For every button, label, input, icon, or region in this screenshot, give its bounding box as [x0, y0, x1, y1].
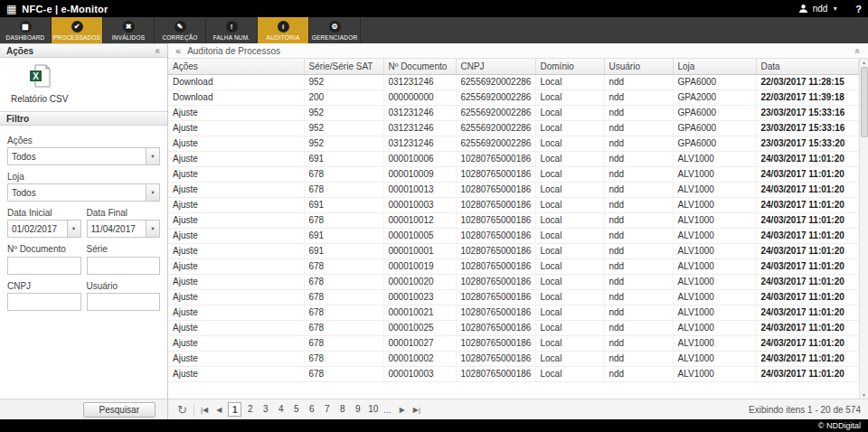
column-header[interactable]: CNPJ [456, 59, 535, 74]
page-4[interactable]: 4 [274, 402, 288, 417]
table-row[interactable]: Ajuste67800001002010280765000186Localndd… [168, 274, 859, 289]
dropdown-arrow-icon: ▼ [146, 148, 159, 164]
num-documento-input[interactable] [7, 257, 81, 275]
acoes-filter-label: Ações [7, 136, 160, 146]
table-row[interactable]: Ajuste67800001002110280765000186Localndd… [168, 305, 859, 320]
cell: 031231246 [383, 74, 456, 89]
user-menu[interactable]: ndd [813, 4, 828, 14]
tab-correcao[interactable]: ✎CORREÇÃO [155, 17, 206, 43]
cell: Local [535, 335, 604, 351]
collapse-panel-icon[interactable]: « [854, 48, 863, 53]
data-final-picker[interactable]: 11/04/2017 ▼ [87, 220, 161, 238]
data-inicial-picker[interactable]: 01/02/2017 ▼ [7, 220, 81, 238]
cell: Local [535, 212, 604, 228]
tab-invalidos[interactable]: ✖INVÁLIDOS [103, 17, 155, 43]
dropdown-arrow-icon: ▼ [67, 221, 80, 237]
page-8[interactable]: 8 [335, 402, 349, 417]
table-row[interactable]: Ajuste67800001001910280765000186Localndd… [168, 258, 859, 274]
page-7[interactable]: 7 [320, 402, 334, 417]
column-header[interactable]: Ações [168, 59, 304, 74]
cell: 10280765000186 [456, 166, 535, 182]
sidebar: Ações « X Relatório CSV [0, 43, 168, 419]
prev-page-icon[interactable]: ◀ [214, 406, 223, 414]
tab-gerenciador[interactable]: ⚙GERENCIADOR [309, 17, 361, 43]
table-row[interactable]: Ajuste69100001000110280765000186Localndd… [168, 243, 859, 258]
table-row[interactable]: Ajuste67800001002510280765000186Localndd… [168, 320, 859, 335]
cell: 678 [304, 289, 383, 305]
tab-dashboard[interactable]: ▦DASHBOARD [0, 17, 52, 43]
column-header[interactable]: Loja [673, 59, 756, 74]
cell: Ajuste [168, 274, 304, 289]
dropdown-arrow-icon: ▼ [146, 184, 159, 201]
actions-header-label: Ações [6, 46, 33, 56]
scrollbar-thumb[interactable] [861, 67, 868, 137]
table-row[interactable]: Ajuste95203123124662556920002286Localndd… [168, 105, 859, 120]
tab-falha-num[interactable]: !FALHA NUM. [206, 17, 258, 43]
table-row[interactable]: Ajuste69100001000310280765000186Localndd… [168, 197, 859, 212]
report-csv-button[interactable]: X Relatório CSV [11, 64, 68, 104]
page-3[interactable]: 3 [259, 402, 272, 417]
invalidos-icon: ✖ [123, 21, 135, 33]
vertical-scrollbar[interactable]: ▲ ▼ [859, 59, 868, 399]
page-9[interactable]: 9 [351, 402, 364, 417]
table-row[interactable]: Ajuste67800001001310280765000186Localndd… [168, 182, 859, 197]
table-row[interactable]: Ajuste69100001000610280765000186Localndd… [168, 151, 859, 166]
cell: 200 [304, 89, 383, 105]
collapse-actions-icon[interactable]: « [154, 48, 164, 53]
table-row[interactable]: Download20000000000062556920002286Localn… [168, 89, 859, 105]
column-header[interactable]: Série/Série SAT [304, 59, 383, 74]
table-row[interactable]: Ajuste67800001001210280765000186Localndd… [168, 212, 859, 228]
pager-separator [193, 403, 194, 416]
cell: 691 [304, 151, 383, 166]
cell: Local [535, 305, 604, 320]
tab-processados[interactable]: ✔PROCESSADOS [52, 17, 103, 43]
loja-select[interactable]: Todos ▼ [7, 183, 160, 202]
page-10[interactable]: 10 [366, 402, 380, 417]
page-5[interactable]: 5 [289, 402, 303, 417]
scroll-down-icon[interactable]: ▼ [862, 391, 866, 399]
cell: 000010025 [383, 320, 456, 335]
column-header[interactable]: Data [756, 59, 859, 74]
page-6[interactable]: 6 [305, 402, 318, 417]
table-row[interactable]: Ajuste67800001000910280765000186Localndd… [168, 166, 859, 182]
table-row[interactable]: Download95203123124662556920002286Localn… [168, 74, 859, 89]
table-row[interactable]: Ajuste69100001000510280765000186Localndd… [168, 228, 859, 243]
filter-panel-header: Filtro [0, 111, 167, 126]
column-header[interactable]: Nº Documento [383, 59, 456, 74]
cell: Local [535, 136, 604, 151]
table-row[interactable]: Ajuste67800001000210280765000186Localndd… [168, 351, 859, 366]
acoes-select[interactable]: Todos ▼ [7, 147, 160, 165]
app-title: NFC-e | e-Monitor [22, 4, 108, 14]
cell: ndd [604, 166, 673, 182]
first-page-icon[interactable]: |◀ [199, 406, 210, 414]
next-page-icon[interactable]: ▶ [398, 406, 407, 414]
cell: 10280765000186 [456, 258, 535, 274]
cell: 678 [304, 305, 383, 320]
scroll-up-icon[interactable]: ▲ [862, 59, 866, 66]
auditoria-icon: i [278, 21, 289, 33]
pesquisar-button[interactable]: Pesquisar [83, 402, 156, 418]
table-row[interactable]: Ajuste95203123124662556920002286Localndd… [168, 136, 859, 151]
column-header[interactable]: Domínio [535, 59, 604, 74]
last-page-icon[interactable]: ▶| [411, 406, 422, 414]
serie-input[interactable] [87, 257, 161, 275]
table-row[interactable]: Ajuste67800001000310280765000186Localndd… [168, 366, 859, 381]
tab-auditoria[interactable]: iAUDITORIA [258, 17, 309, 43]
caret-down-icon[interactable]: ▼ [832, 5, 838, 12]
toolbar-tabs: ▦DASHBOARD✔PROCESSADOS✖INVÁLIDOS✎CORREÇÃ… [0, 17, 868, 43]
cnpj-input[interactable] [7, 293, 81, 311]
help-button[interactable]: ? [855, 4, 862, 14]
page-2[interactable]: 2 [243, 402, 257, 417]
cell: 10280765000186 [456, 305, 535, 320]
table-row[interactable]: Ajuste67800001002710280765000186Localndd… [168, 335, 859, 351]
cell: 000010006 [383, 151, 456, 166]
column-header[interactable]: Usuário [604, 59, 673, 74]
table-row[interactable]: Ajuste67800001002310280765000186Localndd… [168, 289, 859, 305]
collapse-sidebar-icon[interactable]: « [175, 46, 181, 56]
cell: Ajuste [168, 182, 304, 197]
num-documento-label: Nº Documento [7, 244, 81, 254]
refresh-icon[interactable]: ↻ [175, 403, 189, 417]
usuario-input[interactable] [87, 293, 161, 311]
page-1[interactable]: 1 [228, 402, 241, 417]
table-row[interactable]: Ajuste95203123124662556920002286Localndd… [168, 120, 859, 136]
